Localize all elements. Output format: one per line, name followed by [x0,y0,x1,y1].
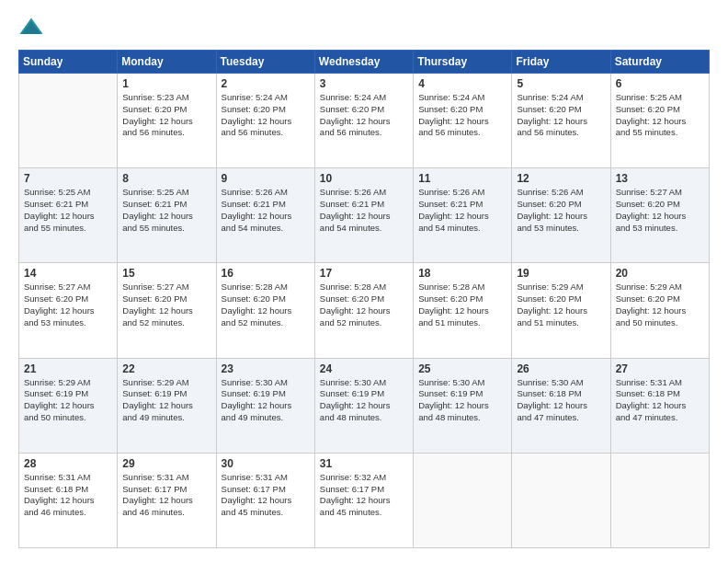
logo-icon [18,15,44,40]
logo [18,15,48,40]
day-info: Sunrise: 5:31 AMSunset: 6:17 PMDaylight:… [222,472,310,519]
day-number: 27 [616,362,704,375]
day-info: Sunrise: 5:31 AMSunset: 6:17 PMDaylight:… [122,472,210,519]
week-row-5: 28Sunrise: 5:31 AMSunset: 6:18 PMDayligh… [19,453,710,547]
day-number: 24 [320,362,408,375]
day-info: Sunrise: 5:29 AMSunset: 6:19 PMDaylight:… [122,377,210,424]
calendar-table: SundayMondayTuesdayWednesdayThursdayFrid… [18,50,710,548]
header [18,15,710,40]
calendar-cell: 15Sunrise: 5:27 AMSunset: 6:20 PMDayligh… [118,263,216,358]
day-info: Sunrise: 5:27 AMSunset: 6:20 PMDaylight:… [24,282,112,328]
calendar-cell [414,453,512,547]
day-info: Sunrise: 5:28 AMSunset: 6:20 PMDaylight:… [320,282,408,328]
day-info: Sunrise: 5:26 AMSunset: 6:21 PMDaylight:… [320,187,408,234]
calendar-cell: 16Sunrise: 5:28 AMSunset: 6:20 PMDayligh… [216,263,314,358]
calendar-cell: 30Sunrise: 5:31 AMSunset: 6:17 PMDayligh… [216,453,314,547]
day-info: Sunrise: 5:29 AMSunset: 6:20 PMDaylight:… [616,282,704,328]
day-number: 21 [24,362,112,375]
col-header-tuesday: Tuesday [216,51,314,74]
day-number: 12 [517,172,605,185]
day-number: 25 [418,362,506,375]
day-number: 20 [616,267,704,280]
calendar-cell [512,453,610,547]
calendar-cell: 10Sunrise: 5:26 AMSunset: 6:21 PMDayligh… [314,168,413,263]
calendar-cell: 17Sunrise: 5:28 AMSunset: 6:20 PMDayligh… [314,263,413,358]
calendar-header-row: SundayMondayTuesdayWednesdayThursdayFrid… [19,51,710,74]
calendar-cell: 5Sunrise: 5:24 AMSunset: 6:20 PMDaylight… [512,74,610,168]
day-info: Sunrise: 5:26 AMSunset: 6:21 PMDaylight:… [418,187,506,234]
calendar-cell: 7Sunrise: 5:25 AMSunset: 6:21 PMDaylight… [19,168,118,263]
day-info: Sunrise: 5:28 AMSunset: 6:20 PMDaylight:… [418,282,506,328]
day-info: Sunrise: 5:24 AMSunset: 6:20 PMDaylight:… [320,92,408,139]
day-info: Sunrise: 5:23 AMSunset: 6:20 PMDaylight:… [122,92,210,139]
calendar-cell: 27Sunrise: 5:31 AMSunset: 6:18 PMDayligh… [610,358,709,453]
calendar-cell: 9Sunrise: 5:26 AMSunset: 6:21 PMDaylight… [216,168,314,263]
day-info: Sunrise: 5:24 AMSunset: 6:20 PMDaylight:… [517,92,605,139]
day-number: 29 [122,457,210,470]
calendar-cell: 19Sunrise: 5:29 AMSunset: 6:20 PMDayligh… [512,263,610,358]
day-number: 31 [320,457,408,470]
calendar-cell: 22Sunrise: 5:29 AMSunset: 6:19 PMDayligh… [118,358,216,453]
day-number: 13 [616,172,704,185]
day-info: Sunrise: 5:25 AMSunset: 6:21 PMDaylight:… [24,187,112,234]
day-info: Sunrise: 5:29 AMSunset: 6:19 PMDaylight:… [24,377,112,424]
calendar-cell: 11Sunrise: 5:26 AMSunset: 6:21 PMDayligh… [414,168,512,263]
day-info: Sunrise: 5:24 AMSunset: 6:20 PMDaylight:… [418,92,506,139]
week-row-2: 7Sunrise: 5:25 AMSunset: 6:21 PMDaylight… [19,168,710,263]
week-row-4: 21Sunrise: 5:29 AMSunset: 6:19 PMDayligh… [19,358,710,453]
day-info: Sunrise: 5:32 AMSunset: 6:17 PMDaylight:… [320,472,408,519]
col-header-thursday: Thursday [414,51,512,74]
day-number: 7 [24,172,112,185]
day-number: 8 [122,172,210,185]
day-info: Sunrise: 5:30 AMSunset: 6:19 PMDaylight:… [320,377,408,424]
day-info: Sunrise: 5:30 AMSunset: 6:19 PMDaylight:… [418,377,506,424]
day-number: 3 [320,77,408,90]
day-number: 16 [222,267,310,280]
col-header-friday: Friday [512,51,610,74]
calendar-cell: 25Sunrise: 5:30 AMSunset: 6:19 PMDayligh… [414,358,512,453]
calendar-cell: 23Sunrise: 5:30 AMSunset: 6:19 PMDayligh… [216,358,314,453]
calendar-cell: 4Sunrise: 5:24 AMSunset: 6:20 PMDaylight… [414,74,512,168]
day-number: 4 [418,77,506,90]
week-row-1: 1Sunrise: 5:23 AMSunset: 6:20 PMDaylight… [19,74,710,168]
day-info: Sunrise: 5:29 AMSunset: 6:20 PMDaylight:… [517,282,605,328]
col-header-monday: Monday [118,51,216,74]
calendar-cell: 12Sunrise: 5:26 AMSunset: 6:20 PMDayligh… [512,168,610,263]
col-header-sunday: Sunday [19,51,118,74]
day-number: 19 [517,267,605,280]
calendar-cell: 8Sunrise: 5:25 AMSunset: 6:21 PMDaylight… [118,168,216,263]
day-info: Sunrise: 5:26 AMSunset: 6:21 PMDaylight:… [222,187,310,234]
day-info: Sunrise: 5:24 AMSunset: 6:20 PMDaylight:… [222,92,310,139]
day-number: 26 [517,362,605,375]
day-info: Sunrise: 5:26 AMSunset: 6:20 PMDaylight:… [517,187,605,234]
calendar-cell: 18Sunrise: 5:28 AMSunset: 6:20 PMDayligh… [414,263,512,358]
calendar-cell: 14Sunrise: 5:27 AMSunset: 6:20 PMDayligh… [19,263,118,358]
day-number: 1 [122,77,210,90]
calendar-cell: 31Sunrise: 5:32 AMSunset: 6:17 PMDayligh… [314,453,413,547]
day-info: Sunrise: 5:30 AMSunset: 6:19 PMDaylight:… [222,377,310,424]
day-number: 23 [222,362,310,375]
day-number: 14 [24,267,112,280]
day-info: Sunrise: 5:25 AMSunset: 6:20 PMDaylight:… [616,92,704,139]
calendar-cell: 21Sunrise: 5:29 AMSunset: 6:19 PMDayligh… [19,358,118,453]
day-info: Sunrise: 5:27 AMSunset: 6:20 PMDaylight:… [616,187,704,234]
calendar-cell: 24Sunrise: 5:30 AMSunset: 6:19 PMDayligh… [314,358,413,453]
col-header-saturday: Saturday [610,51,709,74]
day-number: 5 [517,77,605,90]
week-row-3: 14Sunrise: 5:27 AMSunset: 6:20 PMDayligh… [19,263,710,358]
day-info: Sunrise: 5:30 AMSunset: 6:18 PMDaylight:… [517,377,605,424]
day-number: 28 [24,457,112,470]
day-info: Sunrise: 5:25 AMSunset: 6:21 PMDaylight:… [122,187,210,234]
calendar-cell [19,74,118,168]
day-number: 11 [418,172,506,185]
day-number: 15 [122,267,210,280]
day-number: 6 [616,77,704,90]
calendar-cell: 1Sunrise: 5:23 AMSunset: 6:20 PMDaylight… [118,74,216,168]
page: SundayMondayTuesdayWednesdayThursdayFrid… [0,0,728,563]
day-info: Sunrise: 5:28 AMSunset: 6:20 PMDaylight:… [222,282,310,328]
calendar-cell: 26Sunrise: 5:30 AMSunset: 6:18 PMDayligh… [512,358,610,453]
calendar-cell: 3Sunrise: 5:24 AMSunset: 6:20 PMDaylight… [314,74,413,168]
calendar-cell: 6Sunrise: 5:25 AMSunset: 6:20 PMDaylight… [610,74,709,168]
day-info: Sunrise: 5:31 AMSunset: 6:18 PMDaylight:… [616,377,704,424]
col-header-wednesday: Wednesday [314,51,413,74]
